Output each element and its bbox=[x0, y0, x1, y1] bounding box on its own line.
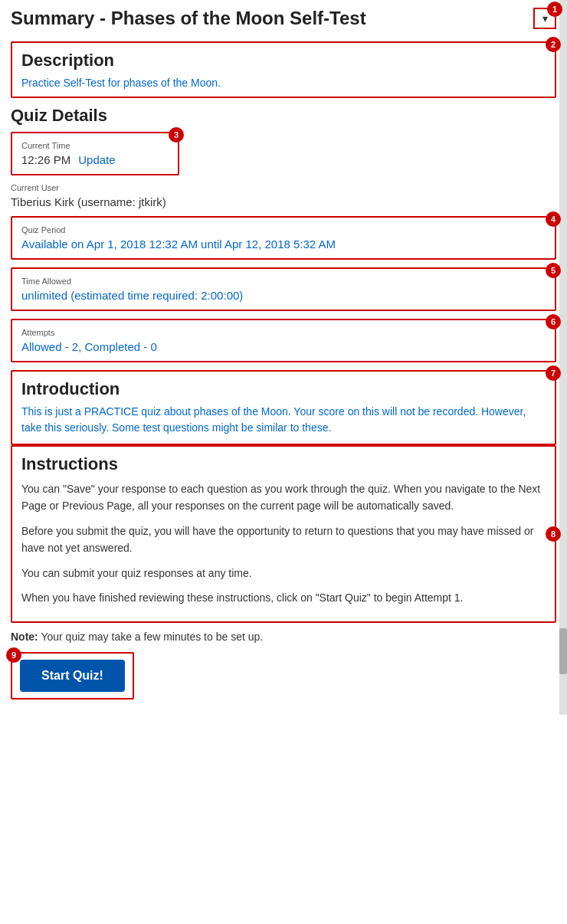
introduction-heading: Introduction bbox=[21, 379, 546, 399]
quiz-period-value: Available on Apr 1, 2018 12:32 AM until … bbox=[21, 238, 546, 251]
instructions-paragraph4: When you have finished reviewing these i… bbox=[21, 589, 546, 606]
badge-7: 7 bbox=[546, 365, 561, 381]
current-time-label: Current Time bbox=[21, 141, 169, 150]
attempts-value: Allowed - 2, Completed - 0 bbox=[21, 340, 546, 353]
instructions-paragraph1: You can "Save" your response to each que… bbox=[21, 480, 546, 515]
badge-8: 8 bbox=[546, 526, 561, 542]
current-time-section: Current Time 12:26 PM Update 3 bbox=[11, 132, 179, 175]
note-line: Note: Your quiz may take a few minutes t… bbox=[11, 631, 556, 643]
chevron-down-icon: ▾ bbox=[542, 12, 548, 25]
time-allowed-section: Time Allowed unlimited (estimated time r… bbox=[11, 267, 556, 311]
time-allowed-label: Time Allowed bbox=[21, 277, 546, 286]
quiz-period-section: Quiz Period Available on Apr 1, 2018 12:… bbox=[11, 216, 556, 260]
attempts-section: Attempts Allowed - 2, Completed - 0 6 bbox=[11, 319, 556, 362]
description-text: Practice Self-Test for phases of the Moo… bbox=[21, 77, 546, 89]
start-quiz-button[interactable]: Start Quiz! bbox=[20, 660, 125, 692]
current-time-value: 12:26 PM bbox=[21, 153, 70, 166]
current-user-value: Tiberius Kirk (username: jtkirk) bbox=[11, 195, 556, 208]
description-section: Description Practice Self-Test for phase… bbox=[11, 41, 556, 98]
instructions-heading: Instructions bbox=[21, 454, 546, 474]
badge-4: 4 bbox=[546, 211, 561, 227]
current-user-label: Current User bbox=[11, 183, 556, 192]
badge-5: 5 bbox=[546, 263, 561, 278]
badge-1: 1 bbox=[547, 2, 562, 17]
badge-6: 6 bbox=[546, 314, 561, 329]
introduction-section: Introduction This is just a PRACTICE qui… bbox=[11, 370, 556, 445]
note-text: Your quiz may take a few minutes to be s… bbox=[38, 631, 263, 643]
instructions-section: Instructions You can "Save" your respons… bbox=[11, 445, 556, 623]
quiz-details-heading: Quiz Details bbox=[11, 106, 556, 126]
badge-3: 3 bbox=[169, 127, 184, 143]
scrollbar-thumb[interactable] bbox=[559, 628, 567, 674]
description-heading: Description bbox=[21, 51, 546, 70]
current-user-section: Current User Tiberius Kirk (username: jt… bbox=[11, 183, 556, 208]
page-title: Summary - Phases of the Moon Self-Test bbox=[11, 8, 366, 29]
attempts-label: Attempts bbox=[21, 328, 546, 337]
note-label: Note: bbox=[11, 631, 38, 643]
update-link[interactable]: Update bbox=[78, 153, 115, 166]
instructions-paragraph3: You can submit your quiz responses at an… bbox=[21, 565, 546, 582]
time-allowed-value: unlimited (estimated time required: 2:00… bbox=[21, 289, 546, 302]
start-quiz-area: Start Quiz! 9 bbox=[11, 652, 134, 700]
quiz-period-label: Quiz Period bbox=[21, 225, 546, 234]
instructions-paragraph2: Before you submit the quiz, you will hav… bbox=[21, 523, 546, 557]
badge-2: 2 bbox=[546, 37, 561, 52]
introduction-text: This is just a PRACTICE quiz about phase… bbox=[21, 404, 546, 436]
badge-9: 9 bbox=[6, 647, 21, 663]
scrollbar-track bbox=[559, 0, 567, 715]
